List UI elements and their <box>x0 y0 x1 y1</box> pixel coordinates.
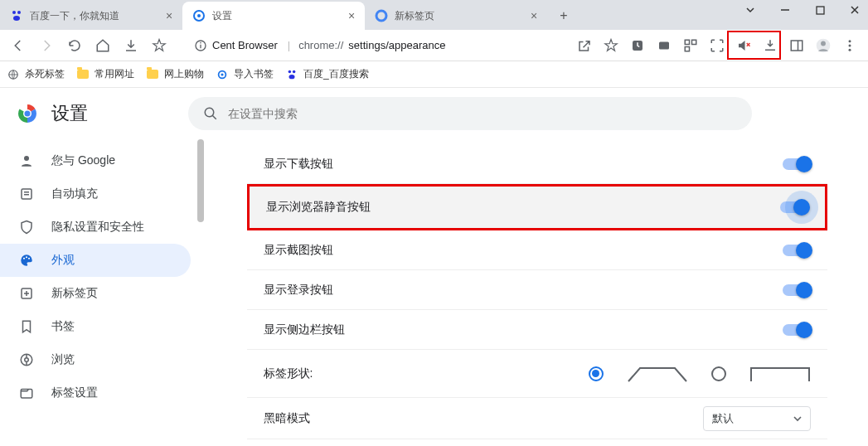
setting-label: 显示登录按钮 <box>264 283 333 298</box>
sidebar-label: 自动填充 <box>51 187 98 201</box>
tab-baidu[interactable]: 百度一下，你就知道 × <box>0 2 182 30</box>
svg-point-32 <box>205 108 214 117</box>
svg-rect-13 <box>685 40 689 44</box>
settings-sidebar: 您与 Google 自动填充 隐私设置和安全性 外观 新标签页 书签 <box>0 139 206 446</box>
bookmarks-bar: 杀死标签 常用网址 网上购物 导入书签 百度_百度搜索 <box>0 61 868 88</box>
svg-point-2 <box>13 16 20 21</box>
shield-icon <box>18 219 35 235</box>
svg-point-43 <box>25 358 29 362</box>
search-input[interactable] <box>228 107 737 120</box>
sidebar-item-privacy[interactable]: 隐私设置和安全性 <box>0 211 191 244</box>
download-tray-icon[interactable] <box>759 34 782 57</box>
search-icon <box>203 106 218 121</box>
home-button[interactable] <box>91 34 114 57</box>
sidebar-item-appearance[interactable]: 外观 <box>0 244 191 277</box>
settings-main: 显示下载按钮 显示浏览器静音按钮 显示截图按钮 显示登录按钮 显示侧边栏按钮 <box>206 139 868 446</box>
url-path: settings/appearance <box>348 39 445 51</box>
bookmark-label: 常用网址 <box>95 67 134 81</box>
sidebar-item-newtab[interactable]: 新标签页 <box>0 277 191 310</box>
share-icon[interactable] <box>573 34 596 57</box>
maximize-icon[interactable] <box>810 0 830 20</box>
baidu-icon <box>285 68 298 81</box>
radio-tabshape-trapezoid[interactable] <box>589 366 604 381</box>
toggle-switch[interactable] <box>783 158 811 170</box>
minimize-icon[interactable] <box>775 0 795 20</box>
setting-label: 显示浏览器静音按钮 <box>266 200 371 215</box>
sidebar-item-you-and-google[interactable]: 您与 Google <box>0 144 191 177</box>
sidebar-item-bookmarks[interactable]: 书签 <box>0 310 191 343</box>
shield-extension-icon[interactable] <box>626 34 649 57</box>
tab-newtab[interactable]: 新标签页 × <box>365 2 547 30</box>
sidebar-item-tabs[interactable]: 标签设置 <box>0 376 191 410</box>
extension-icon[interactable] <box>652 34 676 57</box>
bookmark-item[interactable]: 杀死标签 <box>7 67 65 81</box>
sidepanel-icon[interactable] <box>785 34 808 57</box>
sidebar-item-browse[interactable]: 浏览 <box>0 343 191 376</box>
bookmark-label: 导入书签 <box>234 67 274 81</box>
bookmark-item[interactable]: 网上购物 <box>146 67 204 81</box>
globe-icon <box>7 68 20 81</box>
bookmark-icon <box>18 318 35 335</box>
setting-row-mute-button: 显示浏览器静音按钮 <box>247 184 827 230</box>
svg-point-39 <box>26 256 27 258</box>
bookmark-item[interactable]: 导入书签 <box>216 67 274 81</box>
bookmark-star-icon[interactable] <box>599 34 623 57</box>
sidebar-item-autofill[interactable]: 自动填充 <box>0 177 191 211</box>
svg-point-27 <box>293 70 296 73</box>
forward-button[interactable] <box>35 34 58 57</box>
reload-button[interactable] <box>63 34 86 57</box>
svg-point-0 <box>12 11 16 14</box>
svg-point-5 <box>376 11 386 21</box>
svg-rect-12 <box>659 41 669 49</box>
svg-point-19 <box>821 41 826 46</box>
new-tab-button[interactable]: + <box>552 4 575 27</box>
bookmark-label: 杀死标签 <box>25 67 65 81</box>
setting-label: 显示截图按钮 <box>264 243 333 258</box>
qr-icon[interactable] <box>679 34 702 57</box>
svg-point-20 <box>849 40 851 42</box>
star-outline-icon[interactable] <box>148 34 171 57</box>
url-host: chrome:// <box>298 39 343 51</box>
setting-row-tabshape: 标签形状: <box>247 350 827 398</box>
close-icon[interactable]: × <box>162 9 176 22</box>
tabshape-rect-icon <box>749 365 811 383</box>
setting-label: 标签形状: <box>264 366 313 381</box>
toggle-switch[interactable] <box>783 324 811 336</box>
sidebar-label: 您与 Google <box>51 153 115 168</box>
svg-rect-7 <box>817 7 824 14</box>
setting-label: 显示侧边栏按钮 <box>264 322 345 337</box>
screenshot-icon[interactable] <box>706 34 729 57</box>
bookmark-label: 百度_百度搜索 <box>303 67 369 81</box>
plus-box-icon <box>18 285 35 302</box>
window-controls <box>740 0 868 30</box>
svg-point-31 <box>25 111 31 117</box>
chevron-down-icon[interactable] <box>740 0 760 20</box>
toggle-switch[interactable] <box>783 245 811 256</box>
close-icon[interactable]: × <box>345 9 358 22</box>
profile-icon[interactable] <box>812 34 835 57</box>
darkmode-select[interactable]: 默认 <box>703 406 811 431</box>
download-button[interactable] <box>119 34 143 57</box>
site-label: Cent Browser <box>212 39 278 51</box>
setting-row-sidebar-button: 显示侧边栏按钮 <box>247 310 827 350</box>
toggle-switch[interactable] <box>780 201 808 213</box>
close-icon[interactable]: × <box>527 9 541 22</box>
bookmark-item[interactable]: 常用网址 <box>76 67 134 81</box>
address-bar[interactable]: Cent Browser | chrome://settings/appeara… <box>182 33 561 58</box>
autofill-icon <box>18 186 35 202</box>
settings-search[interactable] <box>188 97 752 130</box>
titlebar: 百度一下，你就知道 × 设置 × 新标签页 × + <box>0 0 868 30</box>
folder-icon <box>76 68 90 81</box>
svg-point-25 <box>221 73 223 75</box>
back-button[interactable] <box>7 34 30 57</box>
svg-point-21 <box>849 44 851 46</box>
radio-tabshape-rect[interactable] <box>711 366 726 381</box>
bookmark-item[interactable]: 百度_百度搜索 <box>285 67 369 81</box>
tab-settings[interactable]: 设置 × <box>182 2 365 30</box>
mute-icon[interactable] <box>732 34 755 57</box>
sidebar-label: 隐私设置和安全性 <box>51 220 144 235</box>
toggle-switch[interactable] <box>783 284 811 296</box>
svg-line-33 <box>212 115 216 119</box>
menu-icon[interactable] <box>838 34 861 57</box>
close-window-icon[interactable] <box>845 0 865 20</box>
